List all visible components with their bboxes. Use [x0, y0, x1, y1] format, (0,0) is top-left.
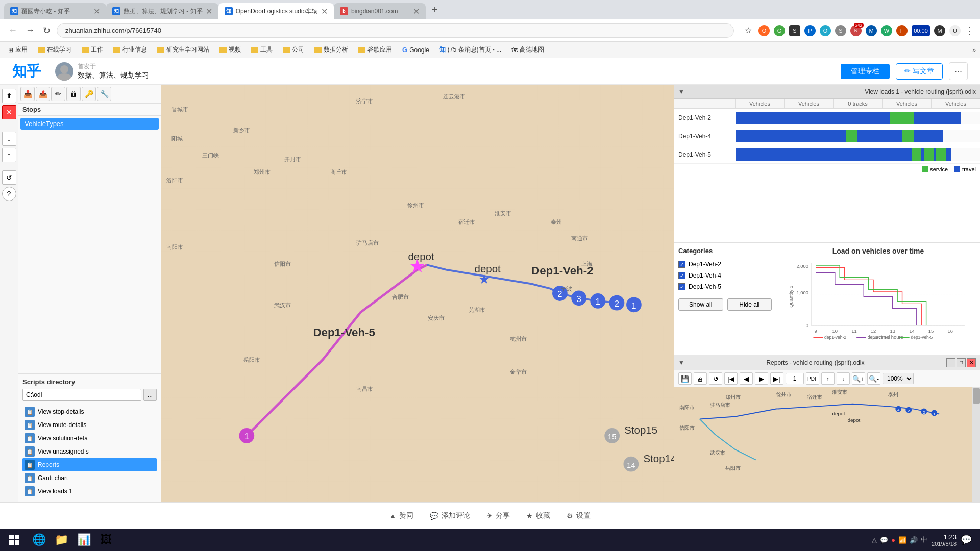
- checkbox-veh4[interactable]: ✓: [678, 272, 685, 279]
- report-last-btn[interactable]: ▶|: [770, 372, 783, 385]
- hide-all-button[interactable]: Hide all: [727, 298, 772, 311]
- scripts-path-input[interactable]: [22, 389, 141, 401]
- bookmark-google[interactable]: G Google: [398, 45, 433, 55]
- collect-action[interactable]: ★ 收藏: [526, 511, 550, 520]
- ext-icon-8[interactable]: M: [866, 25, 877, 36]
- report-export-btn[interactable]: ↑: [821, 372, 835, 385]
- taskbar-app-4[interactable]: 🖼: [96, 531, 116, 549]
- bookmark-study[interactable]: 研究生学习网站: [153, 44, 213, 55]
- ext-icon-3[interactable]: S: [789, 25, 800, 36]
- bookmarks-more[interactable]: »: [972, 46, 976, 54]
- ext-icon-7[interactable]: N 242: [850, 25, 862, 36]
- report-play-btn[interactable]: ▶: [755, 372, 768, 385]
- forward-button[interactable]: →: [23, 23, 37, 38]
- tray-arrow[interactable]: △: [872, 536, 877, 544]
- tab-3[interactable]: 知 OpenDoorLogistics studio车辆 ✕: [218, 3, 334, 19]
- tab-1[interactable]: 知 覆國寺小吃 - 知乎 ✕: [4, 3, 106, 19]
- bookmark-google-apps[interactable]: 谷歌应用: [354, 44, 396, 55]
- more-options-button[interactable]: ···: [949, 62, 968, 80]
- script-item-gantt[interactable]: 📋 Gantt chart: [22, 471, 157, 485]
- show-all-button[interactable]: Show all: [678, 298, 723, 311]
- report-export-pdf-btn[interactable]: PDF: [806, 372, 819, 385]
- icon-help[interactable]: ?: [2, 187, 16, 201]
- back-button[interactable]: ←: [6, 23, 19, 38]
- checkbox-veh2[interactable]: ✓: [678, 261, 685, 268]
- report-zoom-out-btn[interactable]: 🔍-: [867, 372, 880, 385]
- close-reports-button[interactable]: ✕: [967, 358, 976, 367]
- settings-action[interactable]: ⚙ 设置: [567, 511, 591, 520]
- report-print-btn[interactable]: 🖨: [694, 372, 707, 385]
- bookmark-amap[interactable]: 🗺 高德地图: [507, 44, 548, 55]
- report-refresh-btn[interactable]: ↺: [709, 372, 722, 385]
- comment-action[interactable]: 💬 添加评论: [430, 511, 470, 520]
- tab-close-2[interactable]: ✕: [206, 7, 212, 16]
- bookmark-zhihu[interactable]: 知 (75 条消息)首页 - ...: [435, 44, 505, 55]
- taskbar-excel[interactable]: 📊: [74, 531, 94, 549]
- report-export2-btn[interactable]: ↓: [837, 372, 850, 385]
- icon-tool-1[interactable]: ↓: [2, 132, 16, 146]
- maximize-button[interactable]: □: [957, 358, 966, 367]
- toolbar-btn-6[interactable]: 🔧: [97, 87, 111, 101]
- report-zoom-in-btn[interactable]: 🔍+: [852, 372, 865, 385]
- script-item-view-route[interactable]: 📋 View route-details: [22, 418, 157, 432]
- browse-button[interactable]: ...: [143, 389, 157, 401]
- report-save-btn[interactable]: 💾: [678, 372, 692, 385]
- bookmark-online-learning[interactable]: 在线学习: [34, 44, 76, 55]
- tray-volume[interactable]: 🔊: [910, 536, 918, 544]
- toolbar-btn-3[interactable]: ✏: [51, 87, 65, 101]
- map-area[interactable]: Dep1-Veh-2 Dep1-Veh-5 2 3 1 2 1 1: [161, 85, 674, 502]
- ext-icon-2[interactable]: G: [774, 25, 785, 36]
- toolbar-btn-2[interactable]: 📤: [36, 87, 50, 101]
- ext-icon-6[interactable]: S: [835, 25, 846, 36]
- taskbar-explorer[interactable]: 📁: [51, 531, 71, 549]
- tab-close-3[interactable]: ✕: [321, 7, 328, 16]
- ext-icon-11[interactable]: M: [934, 25, 945, 36]
- toolbar-btn-1[interactable]: 📥: [20, 87, 35, 101]
- script-item-view-stop[interactable]: 📋 View stop-details: [22, 405, 157, 418]
- ext-icon-4[interactable]: P: [804, 25, 816, 36]
- refresh-button[interactable]: ↻: [41, 23, 53, 38]
- new-tab-button[interactable]: +: [428, 4, 442, 16]
- notification-bell[interactable]: 💬: [961, 534, 972, 545]
- start-button[interactable]: [4, 532, 24, 548]
- script-item-view-loads[interactable]: 📋 View loads 1: [22, 485, 157, 498]
- bookmark-tools[interactable]: 工具: [247, 44, 277, 55]
- bookmark-work[interactable]: 工作: [78, 44, 107, 55]
- minimize-button[interactable]: _: [946, 358, 955, 367]
- icon-nav-up[interactable]: ⬆: [2, 89, 16, 103]
- tab-close-4[interactable]: ✕: [413, 7, 420, 16]
- bookmark-data-analysis[interactable]: 数据分析: [310, 44, 352, 55]
- vehicle-types-item[interactable]: VehicleTypes: [20, 118, 159, 130]
- script-item-view-unassigned[interactable]: 📋 View unassigned s: [22, 445, 157, 458]
- icon-tool-2[interactable]: ↑: [2, 148, 16, 162]
- star-icon[interactable]: ☆: [742, 24, 754, 37]
- ext-icon-5[interactable]: O: [820, 25, 831, 36]
- share-action[interactable]: ✈ 分享: [486, 511, 510, 520]
- report-prev-btn[interactable]: ◀: [740, 372, 753, 385]
- taskbar-chrome[interactable]: 🌐: [29, 531, 49, 549]
- more-button[interactable]: ⋮: [965, 25, 974, 36]
- icon-tool-3[interactable]: ↺: [2, 170, 16, 185]
- bookmark-company[interactable]: 公司: [279, 44, 308, 55]
- ext-icon-9[interactable]: W: [881, 25, 892, 36]
- ext-icon-1[interactable]: O: [758, 25, 770, 36]
- report-page-input[interactable]: [786, 373, 804, 384]
- bookmark-industry[interactable]: 行业信息: [109, 44, 151, 55]
- like-action[interactable]: ▲ 赞同: [389, 511, 414, 520]
- report-first-btn[interactable]: |◀: [724, 372, 738, 385]
- tray-wechat[interactable]: 💬: [880, 536, 888, 544]
- ext-icon-10[interactable]: F: [896, 25, 908, 36]
- reports-toggle[interactable]: ▼: [678, 359, 684, 366]
- tab-4[interactable]: b bingdian001.com ✕: [334, 3, 426, 19]
- toolbar-btn-4[interactable]: 🗑: [66, 87, 81, 101]
- script-item-reports[interactable]: 📋 Reports: [22, 458, 157, 471]
- bookmark-video[interactable]: 视频: [215, 44, 245, 55]
- manage-column-button[interactable]: 管理专栏: [841, 64, 890, 79]
- address-input[interactable]: [57, 23, 734, 38]
- report-zoom-select[interactable]: 100% 75% 150%: [883, 373, 914, 384]
- gantt-toggle[interactable]: ▼: [678, 88, 684, 95]
- tab-2[interactable]: 知 数据、算法、规划学习 - 知乎 ✕: [106, 3, 218, 19]
- tab-close-1[interactable]: ✕: [93, 7, 100, 16]
- script-item-view-solution[interactable]: 📋 View solution-deta: [22, 432, 157, 445]
- bookmark-apps[interactable]: ⊞ 应用: [4, 44, 32, 55]
